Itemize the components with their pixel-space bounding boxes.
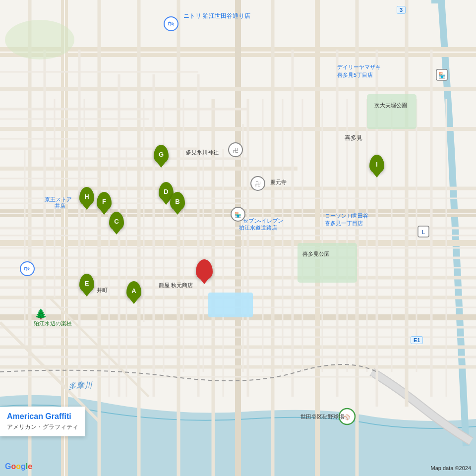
svg-text:🛍: 🛍: [168, 20, 175, 28]
map-attribution: Map data ©2024: [431, 465, 472, 471]
info-card-subtitle: アメリカン・グラフィティ: [7, 423, 78, 431]
svg-text:🏪: 🏪: [235, 211, 241, 218]
svg-point-81: [5, 20, 74, 60]
marker-E[interactable]: E: [79, 274, 94, 293]
marker-I[interactable]: I: [369, 155, 384, 174]
svg-text:🏪: 🏪: [438, 71, 446, 79]
road-badge-3: 3: [397, 6, 406, 14]
marker-main[interactable]: [196, 259, 213, 280]
marker-A[interactable]: A: [126, 281, 141, 300]
info-card[interactable]: American Graffiti アメリカン・グラフィティ: [0, 407, 85, 436]
svg-rect-80: [367, 94, 416, 129]
marker-G[interactable]: G: [154, 145, 169, 164]
marker-H[interactable]: H: [79, 187, 94, 206]
marker-F[interactable]: F: [97, 192, 112, 211]
svg-rect-79: [298, 243, 357, 283]
svg-text:卍: 卍: [255, 181, 261, 187]
svg-text:🛍: 🛍: [24, 265, 31, 273]
marker-B[interactable]: B: [170, 192, 185, 211]
map-container: 🛍 🏪 卍 卍 🏪 L 🛍 🌲 ⚾ G H F D: [0, 0, 476, 476]
svg-text:🌲: 🌲: [35, 308, 47, 320]
svg-text:⚾: ⚾: [344, 414, 351, 420]
google-logo: Google: [5, 462, 32, 471]
svg-text:卍: 卍: [233, 147, 238, 153]
marker-C[interactable]: C: [109, 212, 124, 231]
svg-text:L: L: [422, 229, 425, 235]
info-card-title: American Graffiti: [7, 412, 78, 422]
road-badge-E1: E1: [411, 336, 423, 344]
svg-rect-82: [208, 293, 253, 317]
